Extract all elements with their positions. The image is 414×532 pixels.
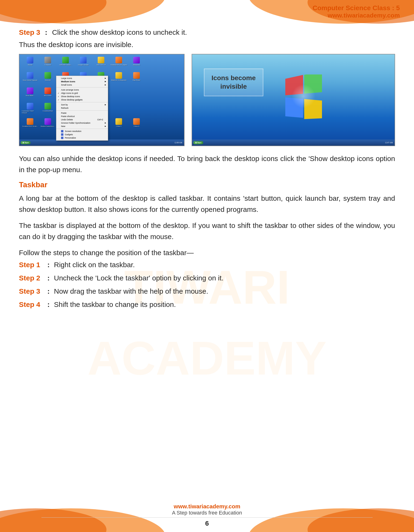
watermark2: ACADEMY [87, 331, 327, 385]
step1-desc: Right click on the taskbar. [54, 261, 135, 269]
step3-label: Step 3 [19, 28, 40, 36]
menu-auto-arrange: Auto arrange icons [56, 88, 108, 92]
screenshot-left: Skynet Computer LBP2000 Online... Google… [19, 54, 184, 146]
footer-url: www.tiwariacademy.com [0, 503, 414, 510]
menu-show-gadgets: Show desktop gadgets [56, 98, 108, 101]
para2: A long bar at the bottom of the desktop … [19, 193, 395, 215]
start-button-right: ⊞ Start [193, 141, 203, 144]
menu-large-icons: Large icons [56, 76, 108, 80]
taskbar-heading: Taskbar [19, 180, 395, 189]
para3: The taskbar is displayed at the bottom o… [19, 220, 395, 242]
menu-gadgets: Gadgets [56, 133, 108, 136]
icons-invisible-text: Icons become invisible [212, 74, 256, 91]
menu-paste: Paste [56, 111, 108, 115]
step3-header: Step 3 : Click the show desktop icons to… [19, 28, 395, 36]
page-number: 6 [0, 520, 414, 527]
menu-sort-by: Sort by [56, 103, 108, 106]
step-item-2: Step 2 : Uncheck the 'Lock the taskbar' … [19, 274, 395, 282]
menu-small-icons: Small icons [56, 83, 108, 86]
menu-medium-icons: Medium icons [56, 80, 108, 83]
context-menu: Large icons Medium icons Small icons Aut… [56, 76, 108, 141]
thus-line: Thus the desktop icons are invisible. [19, 41, 395, 49]
footer-line [41, 517, 373, 518]
step4-sep: : [47, 301, 50, 309]
step1-sep: : [47, 261, 50, 269]
svg-point-8 [292, 85, 315, 108]
right-taskbar: ⊞ Start 12:07 AM [192, 140, 395, 146]
step2-num: Step 2 [19, 274, 47, 282]
menu-align-grid: Align icons to grid [56, 92, 108, 95]
step3-num: Step 3 [19, 287, 47, 295]
step4-num: Step 4 [19, 301, 47, 309]
header-url: www.tiwariacademy.com [313, 12, 400, 19]
step3-desc: Now drag the taskbar with the help of th… [54, 287, 208, 295]
header: Computer Science Class : 5 www.tiwariaca… [313, 4, 400, 19]
start-button-left: ⊞ Start [20, 141, 30, 144]
footer: www.tiwariacademy.com A Step towards fre… [0, 503, 414, 519]
steps-list: Step 1 : Right click on the taskbar. Ste… [19, 261, 395, 309]
step4-desc: Shift the taskbar to change its position… [54, 301, 176, 309]
menu-groove: Groove Folder Synchronization [56, 121, 108, 125]
para1: You can also unhide the desktop icons if… [19, 153, 395, 175]
menu-undo-delete: Undo DeleteCtrl+Z [56, 118, 108, 121]
taskbar-time-right: 12:07 AM [385, 142, 393, 144]
menu-paste-shortcut: Paste shortcut [56, 115, 108, 118]
taskbar-time-left: 12:08 AM [174, 142, 182, 144]
step-item-1: Step 1 : Right click on the taskbar. [19, 261, 395, 269]
icons-invisible-box: Icons become invisible [204, 68, 263, 96]
menu-new: New [56, 125, 108, 128]
menu-screen-res: Screen resolution [56, 130, 108, 133]
step-item-3: Step 3 : Now drag the taskbar with the h… [19, 287, 395, 295]
step3-colon: : [45, 28, 47, 36]
menu-personalize: Personalize [56, 136, 108, 140]
step1-num: Step 1 [19, 261, 47, 269]
step2-sep: : [47, 274, 50, 282]
header-title: Computer Science Class : 5 [313, 4, 400, 12]
step-item-4: Step 4 : Shift the taskbar to change its… [19, 301, 395, 309]
menu-show-desktop-icons: Show desktop icons [56, 95, 108, 98]
follow-line: Follow the steps to change the position … [19, 247, 395, 258]
menu-refresh: Refresh [56, 106, 108, 110]
screenshots-row: Skynet Computer LBP2000 Online... Google… [19, 54, 395, 146]
step3-text: Click the show desktop icons to uncheck … [52, 28, 187, 36]
windows-logo [280, 75, 323, 117]
step2-desc: Uncheck the 'Lock the taskbar' option by… [54, 274, 223, 282]
footer-tagline: A Step towards free Education [0, 510, 414, 516]
step3-sep: : [47, 287, 50, 295]
screenshot-right: Icons become invisible [192, 54, 395, 146]
